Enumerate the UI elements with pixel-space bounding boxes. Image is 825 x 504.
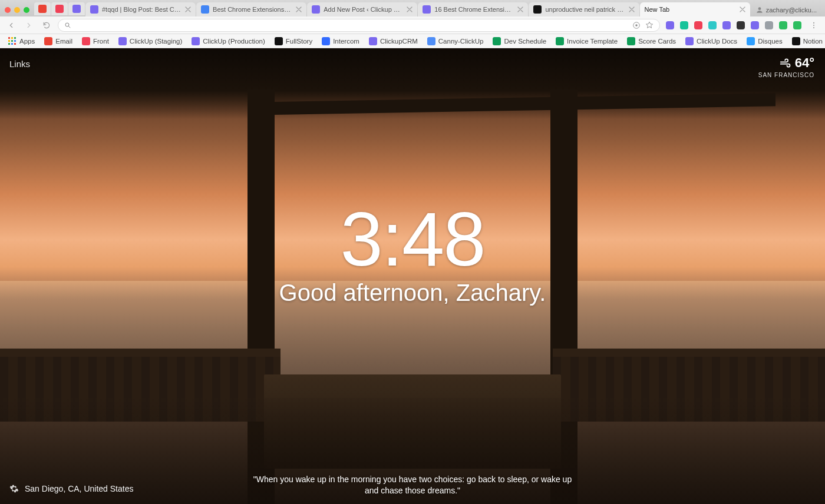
bookmark-item[interactable]: Front xyxy=(78,36,113,47)
browser-tab[interactable]: Best Chrome Extensions for P xyxy=(196,2,306,16)
bookmark-item[interactable]: Invoice Template xyxy=(552,36,621,47)
bookmark-icon xyxy=(747,37,755,45)
svg-point-6 xyxy=(813,27,814,28)
links-button[interactable]: Links xyxy=(9,59,30,69)
profile-chip[interactable]: zachary@clicku... xyxy=(751,6,821,16)
bookmark-icon xyxy=(556,37,564,45)
menu-button[interactable] xyxy=(807,19,820,32)
maximize-window-button[interactable] xyxy=(24,7,29,13)
bookmark-item[interactable]: Apps xyxy=(5,36,38,47)
browser-tab[interactable]: 16 Best Chrome Extensions fo xyxy=(418,2,528,16)
svg-rect-14 xyxy=(11,43,13,45)
bookmark-label: Dev Schedule xyxy=(504,38,546,45)
search-icon xyxy=(64,22,71,29)
bookmarks-bar: AppsEmailFrontClickUp (Staging)ClickUp (… xyxy=(0,34,825,48)
browser-tab[interactable]: Add New Post ‹ Clickup Blog – xyxy=(307,2,417,16)
bookmark-item[interactable]: Disques xyxy=(743,36,786,47)
pinned-tab[interactable] xyxy=(68,2,85,15)
close-tab-icon[interactable] xyxy=(185,6,191,12)
grammarly-ext-icon[interactable] xyxy=(679,20,689,31)
clock-time: 3:48 xyxy=(0,201,825,277)
bookmark-item[interactable]: Dev Schedule xyxy=(489,36,550,47)
buffer-ext-icon[interactable] xyxy=(735,20,746,31)
pinned-tab[interactable] xyxy=(51,2,68,15)
reload-button[interactable] xyxy=(40,19,53,32)
forward-button[interactable] xyxy=(22,19,35,32)
extension-icons xyxy=(665,20,803,31)
bookmark-label: Invoice Template xyxy=(567,38,618,45)
bookmark-label: Apps xyxy=(19,38,35,45)
tab-title: New Tab xyxy=(645,6,736,13)
bookmark-item[interactable]: Canny-ClickUp xyxy=(424,36,487,47)
settings-icon[interactable] xyxy=(9,484,19,493)
bookmark-item[interactable]: ClickupCRM xyxy=(365,36,421,47)
close-window-button[interactable] xyxy=(5,7,11,13)
bookmark-icon xyxy=(44,37,52,45)
address-bar[interactable] xyxy=(58,19,660,32)
daily-quote[interactable]: "When you wake up in the morning you hav… xyxy=(248,474,578,497)
close-tab-icon[interactable] xyxy=(407,6,412,12)
favicon-icon xyxy=(312,5,320,14)
bookmark-icon xyxy=(792,37,800,45)
tab-title: unproductive neil patrick harri xyxy=(545,6,625,13)
pocket-ext-icon[interactable] xyxy=(693,20,704,31)
svg-rect-13 xyxy=(8,43,10,45)
bookmark-item[interactable]: Score Cards xyxy=(623,36,679,47)
close-tab-icon[interactable] xyxy=(296,6,302,12)
svg-point-1 xyxy=(65,23,69,26)
svg-point-3 xyxy=(635,24,638,26)
close-tab-icon[interactable] xyxy=(517,6,523,12)
bookmark-icon xyxy=(493,37,501,45)
weather-city: SAN FRANCISCO xyxy=(758,72,814,78)
pinned-tab[interactable] xyxy=(34,2,51,15)
back-button[interactable] xyxy=(5,19,18,32)
bookmark-icon xyxy=(82,37,90,45)
clickup2-ext-icon[interactable] xyxy=(721,20,732,31)
bookmark-label: ClickUp (Staging) xyxy=(130,38,182,45)
clickup-ext-icon[interactable] xyxy=(665,20,675,31)
toolbar xyxy=(0,16,825,34)
refresh-ext-icon[interactable] xyxy=(792,20,803,31)
bookmark-label: Score Cards xyxy=(638,38,676,45)
browser-tab[interactable]: unproductive neil patrick harri xyxy=(529,2,639,16)
bookmark-label: Email xyxy=(55,38,72,45)
bookmark-label: FullStory xyxy=(286,38,312,45)
svg-rect-10 xyxy=(8,40,10,42)
close-tab-icon[interactable] xyxy=(629,6,635,12)
bookmark-item[interactable]: Email xyxy=(41,36,76,47)
svg-rect-8 xyxy=(11,37,13,39)
bookmark-star-icon[interactable] xyxy=(645,21,654,29)
bookmark-icon xyxy=(118,37,127,45)
tab-title: 16 Best Chrome Extensions fo xyxy=(434,6,514,13)
minimize-window-button[interactable] xyxy=(14,7,20,13)
bookmark-item[interactable]: FullStory xyxy=(271,36,316,47)
tab-title: Add New Post ‹ Clickup Blog – xyxy=(324,6,403,13)
momentum-ext-icon[interactable] xyxy=(764,20,774,31)
bookmark-item[interactable]: ClickUp (Production) xyxy=(188,36,268,47)
bookmark-item[interactable]: ClickUp Docs xyxy=(682,36,741,47)
bookmark-item[interactable]: Notion xyxy=(788,36,825,47)
site-info-icon[interactable] xyxy=(632,21,641,29)
bookmark-icon xyxy=(627,37,635,45)
weather-temp: 64° xyxy=(795,55,814,71)
tab-title: Best Chrome Extensions for P xyxy=(213,6,292,13)
tab-title: #tqqd | Blog Post: Best Chrom xyxy=(102,6,182,13)
bookmark-item[interactable]: Intercom xyxy=(318,36,363,47)
bookmark-label: Disques xyxy=(758,38,783,45)
browser-tab[interactable]: New Tab xyxy=(640,2,750,16)
bookmark-icon xyxy=(275,37,283,45)
evernote-ext-icon[interactable] xyxy=(778,20,788,31)
bookmark-icon xyxy=(8,37,16,45)
photo-location[interactable]: San Diego, CA, United States xyxy=(25,484,133,493)
clickup-icon xyxy=(72,5,81,13)
tabs-list: #tqqd | Blog Post: Best ChromBest Chrome… xyxy=(85,2,751,16)
teal-dot-ext-icon[interactable] xyxy=(707,20,718,31)
bookmark-label: ClickUp (Production) xyxy=(203,38,265,45)
favicon-icon xyxy=(201,5,209,14)
bookmark-item[interactable]: ClickUp (Staging) xyxy=(115,36,186,47)
clickup3-ext-icon[interactable] xyxy=(750,20,760,31)
weather-widget[interactable]: 64° SAN FRANCISCO xyxy=(758,55,814,78)
browser-tab[interactable]: #tqqd | Blog Post: Best Chrom xyxy=(85,2,196,16)
close-tab-icon[interactable] xyxy=(740,6,745,12)
svg-rect-15 xyxy=(14,43,16,45)
